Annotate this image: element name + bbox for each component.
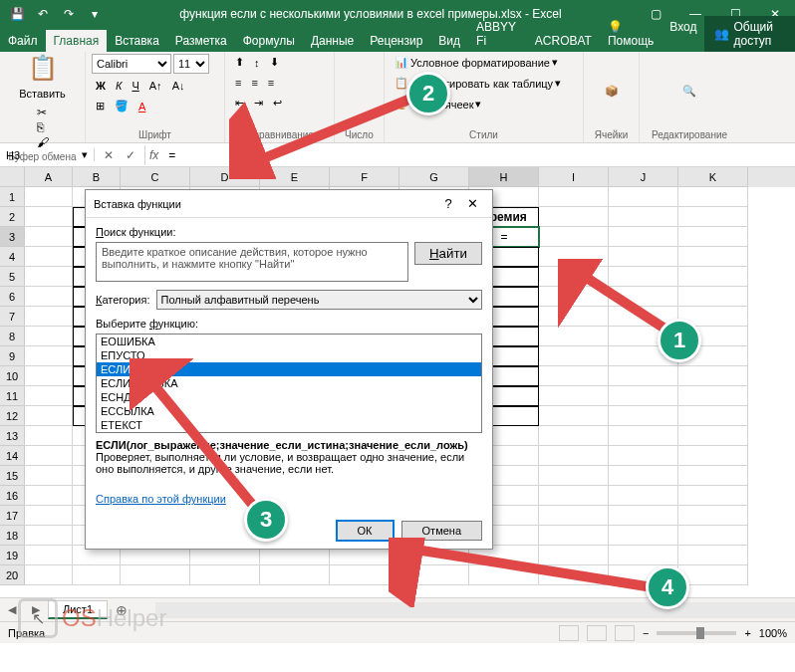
function-list-item[interactable]: ЕОШИБКА	[97, 335, 481, 348]
zoom-in-icon[interactable]: +	[744, 627, 750, 639]
decrease-font-icon[interactable]: A↓	[168, 78, 189, 94]
cell[interactable]	[260, 565, 330, 585]
cell[interactable]	[539, 426, 609, 446]
cell[interactable]	[73, 565, 121, 585]
cell[interactable]	[678, 506, 748, 526]
name-box[interactable]: H3▾	[0, 148, 95, 161]
cell[interactable]	[25, 287, 73, 307]
cell[interactable]	[539, 227, 609, 247]
cell[interactable]	[25, 486, 73, 506]
qat-dropdown-icon[interactable]: ▾	[84, 3, 106, 25]
cell[interactable]	[678, 386, 748, 406]
cell[interactable]	[609, 207, 678, 227]
cell[interactable]	[609, 506, 678, 526]
align-top-icon[interactable]: ⬆	[231, 54, 248, 71]
row-header[interactable]: 6	[0, 287, 25, 307]
font-size-select[interactable]: 11	[173, 54, 209, 74]
row-header[interactable]: 2	[0, 207, 25, 227]
row-header[interactable]: 9	[0, 346, 25, 366]
cell[interactable]	[121, 565, 190, 585]
cell[interactable]	[539, 366, 609, 386]
cell[interactable]	[25, 466, 73, 486]
cell[interactable]	[25, 247, 73, 267]
tab-file[interactable]: Файл	[0, 30, 46, 52]
col-header[interactable]: J	[609, 167, 678, 187]
col-header[interactable]: H	[469, 167, 539, 187]
cell[interactable]	[25, 307, 73, 327]
cell[interactable]	[25, 227, 73, 247]
col-header[interactable]: C	[121, 167, 190, 187]
col-header[interactable]: A	[25, 167, 73, 187]
font-color-icon[interactable]: A	[134, 99, 149, 114]
cell[interactable]	[609, 466, 678, 486]
cell[interactable]	[678, 446, 748, 466]
cell[interactable]	[609, 386, 678, 406]
find-button[interactable]: Найти	[414, 242, 482, 265]
row-header[interactable]: 15	[0, 466, 25, 486]
row-header[interactable]: 12	[0, 406, 25, 426]
bold-button[interactable]: Ж	[92, 78, 110, 94]
underline-button[interactable]: Ч	[128, 78, 142, 94]
save-icon[interactable]: 💾	[6, 3, 28, 25]
cell[interactable]	[539, 506, 609, 526]
cell[interactable]	[678, 187, 748, 207]
tab-formulas[interactable]: Формулы	[235, 30, 303, 52]
row-header[interactable]: 4	[0, 247, 25, 267]
login-button[interactable]: Вход	[662, 16, 704, 52]
tab-insert[interactable]: Вставка	[107, 30, 167, 52]
cell[interactable]	[539, 406, 609, 426]
cell[interactable]	[190, 565, 260, 585]
page-break-view-icon[interactable]	[615, 625, 635, 641]
row-header[interactable]: 1	[0, 187, 25, 207]
cell[interactable]	[25, 426, 73, 446]
dialog-help-icon[interactable]: ?	[436, 196, 460, 211]
cell[interactable]	[678, 486, 748, 506]
cell[interactable]	[539, 446, 609, 466]
cell[interactable]	[25, 506, 73, 526]
row-header[interactable]: 10	[0, 366, 25, 386]
col-header[interactable]: I	[539, 167, 609, 187]
row-header[interactable]: 14	[0, 446, 25, 466]
share-button[interactable]: 👥 Общий доступ	[704, 16, 795, 52]
tab-layout[interactable]: Разметка	[167, 30, 235, 52]
cell[interactable]	[539, 466, 609, 486]
align-mid-icon[interactable]: ↕	[250, 55, 264, 71]
row-header[interactable]: 11	[0, 386, 25, 406]
increase-font-icon[interactable]: A↑	[145, 78, 166, 94]
tab-acrobat[interactable]: ACROBAT	[527, 30, 600, 52]
row-header[interactable]: 7	[0, 307, 25, 327]
cell[interactable]	[25, 386, 73, 406]
search-input[interactable]: Введите краткое описание действия, котор…	[96, 242, 408, 282]
cell[interactable]	[25, 546, 73, 565]
ok-button[interactable]: ОК	[337, 521, 394, 541]
col-header[interactable]: B	[73, 167, 121, 187]
normal-view-icon[interactable]	[559, 625, 579, 641]
cell[interactable]	[539, 207, 609, 227]
tab-home[interactable]: Главная	[46, 30, 108, 52]
cell[interactable]	[609, 227, 678, 247]
format-painter-icon[interactable]: 🖌	[37, 135, 49, 149]
cell[interactable]	[678, 227, 748, 247]
redo-icon[interactable]: ↷	[58, 3, 80, 25]
cell[interactable]	[678, 546, 748, 565]
col-header[interactable]: K	[678, 167, 748, 187]
cell[interactable]	[25, 346, 73, 366]
row-header[interactable]: 20	[0, 565, 25, 585]
cell[interactable]	[25, 406, 73, 426]
cell[interactable]	[25, 207, 73, 227]
cell[interactable]	[678, 466, 748, 486]
cell[interactable]	[678, 406, 748, 426]
cell[interactable]	[678, 366, 748, 386]
enter-formula-icon[interactable]: ✓	[121, 145, 140, 165]
cell[interactable]	[609, 446, 678, 466]
row-header[interactable]: 19	[0, 546, 25, 565]
cell[interactable]	[609, 366, 678, 386]
chevron-down-icon[interactable]: ▾	[82, 148, 88, 161]
cell[interactable]	[609, 187, 678, 207]
fx-icon[interactable]: fx	[145, 148, 162, 162]
cell[interactable]	[539, 187, 609, 207]
row-header[interactable]: 5	[0, 267, 25, 287]
paste-icon[interactable]: 📋	[28, 54, 58, 82]
zoom-slider[interactable]	[657, 631, 736, 635]
cell[interactable]	[609, 426, 678, 446]
